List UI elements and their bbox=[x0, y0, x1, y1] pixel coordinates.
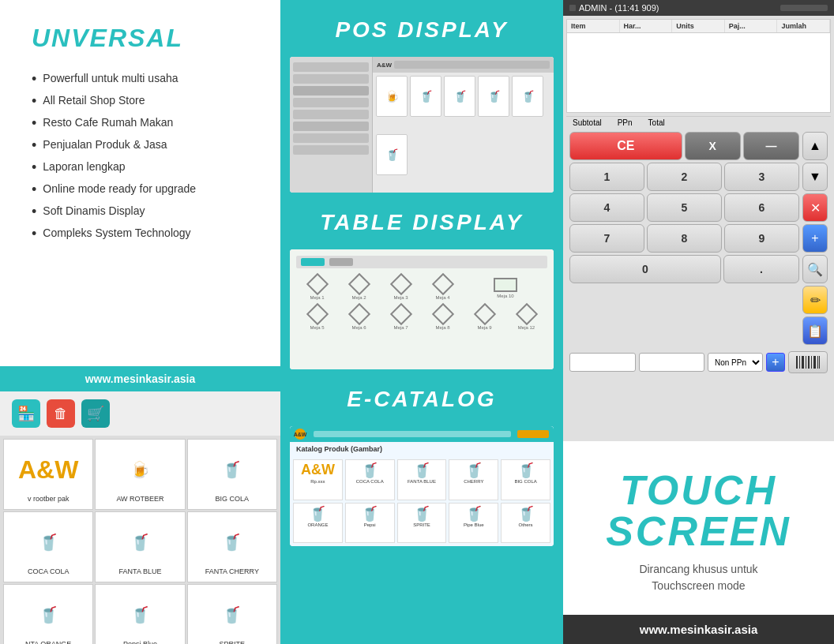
product-cell-8[interactable]: 🥤 Pepsi Blue bbox=[95, 584, 185, 644]
ts-btn-3[interactable]: 3 bbox=[724, 163, 799, 191]
toolbar-cart-icon[interactable]: 🛒 bbox=[81, 399, 110, 428]
ts-btn-8[interactable]: 8 bbox=[647, 224, 722, 253]
left-website-bar: www.mesinkasir.asia bbox=[0, 366, 280, 391]
ts-col-paj: Paj... bbox=[725, 20, 778, 32]
svg-rect-0 bbox=[796, 356, 798, 369]
list-item: All Retail Shop Store bbox=[32, 94, 257, 108]
product-name-9: SPRITE bbox=[220, 640, 246, 644]
ts-btn-1[interactable]: 1 bbox=[569, 163, 644, 191]
ecatalog-title: E-CATALOG bbox=[339, 369, 504, 426]
table-screenshot-frame: Meja 1 Meja 2 Meja 3 Meja 4 bbox=[290, 249, 554, 369]
ts-barcode-button[interactable] bbox=[788, 351, 828, 373]
product-name-7: NTA ORANGE bbox=[25, 640, 71, 644]
ecatalog-item-1: A&W Rp.xxx bbox=[293, 459, 343, 500]
ts-scroll-down-button[interactable]: ▼ bbox=[802, 163, 828, 191]
ts-amount-input[interactable] bbox=[639, 353, 705, 372]
ts-close-button[interactable]: ✕ bbox=[802, 193, 828, 222]
ts-x-button[interactable]: X bbox=[685, 132, 741, 160]
toolbar-trash-icon[interactable]: 🗑 bbox=[47, 399, 75, 428]
middle-panel: POS DISPLAY bbox=[280, 0, 563, 644]
list-item: Soft Dinamis Display bbox=[32, 204, 257, 219]
ts-bottom-bar: Non PPn + bbox=[563, 348, 834, 376]
ts-table-body bbox=[567, 33, 830, 112]
ts-totals: Subtotal PPn Total bbox=[566, 116, 831, 129]
product-cell-1[interactable]: A&W v rootber pak bbox=[3, 439, 93, 510]
product-image-9: 🥤 bbox=[212, 591, 252, 638]
ts-btn-6[interactable]: 6 bbox=[724, 193, 799, 222]
product-image-7: 🥤 bbox=[28, 591, 68, 638]
touch-title-line2: SCREEN bbox=[606, 511, 791, 552]
ts-edit-button[interactable]: ✏ bbox=[802, 286, 828, 314]
ts-ppn-label: PPn bbox=[618, 118, 633, 127]
product-toolbar: 🏪 🗑 🛒 bbox=[0, 391, 280, 436]
ts-btn-5[interactable]: 5 bbox=[647, 193, 722, 222]
product-cell-4[interactable]: 🥤 COCA COLA bbox=[3, 511, 93, 582]
list-item: Compleks System Technology bbox=[32, 227, 257, 241]
ts-add-button[interactable]: + bbox=[766, 353, 785, 372]
touch-description: Dirancang khusus untuk Touchscreen mode bbox=[639, 561, 757, 594]
ts-side-buttons: ▲ ▼ ✕ + 🔍 ✏ 📋 bbox=[802, 132, 828, 345]
svg-rect-8 bbox=[819, 356, 820, 369]
ts-header: ADMIN - (11:41 909) bbox=[563, 0, 834, 16]
svg-rect-1 bbox=[799, 356, 800, 369]
svg-rect-2 bbox=[802, 356, 804, 369]
product-cell-7[interactable]: 🥤 NTA ORANGE bbox=[3, 584, 93, 644]
product-cell-3[interactable]: 🥤 BIG COLA bbox=[187, 439, 277, 510]
left-panel: UNVERSAL Powerfull untuk multi usaha All… bbox=[0, 0, 280, 644]
ecatalog-logo: A&W bbox=[295, 429, 306, 440]
toolbar-shop-icon[interactable]: 🏪 bbox=[12, 399, 40, 428]
ts-transaction-input[interactable] bbox=[569, 353, 636, 372]
ts-minus-button[interactable]: — bbox=[743, 132, 799, 160]
list-item: Resto Cafe Rumah Makan bbox=[32, 116, 257, 130]
table-screenshot: Meja 1 Meja 2 Meja 3 Meja 4 bbox=[290, 249, 554, 369]
list-item: Online mode ready for upgrade bbox=[32, 182, 257, 197]
product-cell-9[interactable]: 🥤 SPRITE bbox=[187, 584, 277, 644]
ts-numpad-wrapper: CE X — 1 2 3 4 5 6 7 8 9 bbox=[563, 129, 834, 348]
svg-rect-7 bbox=[817, 356, 818, 369]
ecatalog-item-3: 🥤 FANTA BLUE bbox=[397, 459, 447, 500]
touch-desc-line2: Touchscreen mode bbox=[652, 579, 745, 592]
universal-title: UNVERSAL bbox=[32, 24, 257, 53]
product-cell-5[interactable]: 🥤 FANTA BLUE bbox=[95, 511, 185, 582]
ts-btn-2[interactable]: 2 bbox=[647, 163, 722, 191]
product-name-8: Pepsi Blue bbox=[123, 640, 157, 644]
ts-btn-7[interactable]: 7 bbox=[569, 224, 644, 253]
product-cell-6[interactable]: 🥤 FANTA CHERRY bbox=[187, 511, 277, 582]
product-cell-2[interactable]: 🍺 AW ROTBEER bbox=[95, 439, 185, 510]
ecatalog-item-4: 🥤 CHERRY bbox=[449, 459, 498, 500]
list-item: Laporan lengkap bbox=[32, 160, 257, 174]
ts-plus-button[interactable]: + bbox=[802, 224, 828, 253]
touchscreen-ui: ADMIN - (11:41 909) Item Har... Units Pa… bbox=[563, 0, 834, 441]
pos-display-title: POS DISPLAY bbox=[327, 0, 516, 57]
pos-section: POS DISPLAY bbox=[280, 0, 563, 193]
ts-col-units: Units bbox=[672, 20, 725, 32]
ts-btn-0[interactable]: 0 bbox=[569, 255, 721, 283]
ts-btn-4[interactable]: 4 bbox=[569, 193, 644, 222]
ts-btn-9[interactable]: 9 bbox=[724, 224, 799, 253]
list-item: Penjualan Produk & Jasa bbox=[32, 138, 257, 152]
ts-note-button[interactable]: 📋 bbox=[802, 316, 828, 345]
touch-desc-line1: Dirancang khusus untuk bbox=[639, 563, 757, 575]
ts-total-label: Total bbox=[648, 118, 665, 127]
ts-transaction-table: Item Har... Units Paj... Jumlah bbox=[566, 19, 831, 113]
product-grid: A&W v rootber pak 🍺 AW ROTBEER 🥤 BIG COL… bbox=[0, 436, 280, 644]
table-display-title: TABLE DISPLAY bbox=[312, 193, 531, 249]
product-image-4: 🥤 bbox=[28, 519, 68, 566]
ts-btn-dot[interactable]: . bbox=[723, 255, 799, 283]
ts-search-button[interactable]: 🔍 bbox=[802, 255, 828, 283]
pos-display-area: 🏪 🗑 🛒 A&W v rootber pak 🍺 AW ROTBEER 🥤 B… bbox=[0, 391, 280, 644]
svg-rect-3 bbox=[806, 356, 806, 369]
ts-ce-button[interactable]: CE bbox=[569, 132, 682, 160]
ecatalog-screenshot-frame: A&W Katalog Produk (Gambar) A&W Rp.xxx 🥤… bbox=[290, 426, 554, 546]
ts-header-text: ADMIN - (11:41 909) bbox=[579, 3, 659, 13]
ts-scroll-up-button[interactable]: ▲ bbox=[802, 132, 828, 160]
right-website-bar: www.mesinkasir.asia bbox=[563, 615, 834, 644]
svg-rect-5 bbox=[811, 356, 812, 369]
svg-rect-4 bbox=[808, 356, 810, 369]
ts-col-jumlah: Jumlah bbox=[777, 20, 830, 32]
ts-ppn-select[interactable]: Non PPn bbox=[708, 353, 763, 372]
ecatalog-item-9: 🥤 Pipe Blue bbox=[449, 503, 498, 544]
svg-rect-6 bbox=[813, 356, 816, 369]
product-image-1: A&W bbox=[28, 446, 68, 493]
product-name-1: v rootber pak bbox=[28, 495, 70, 503]
